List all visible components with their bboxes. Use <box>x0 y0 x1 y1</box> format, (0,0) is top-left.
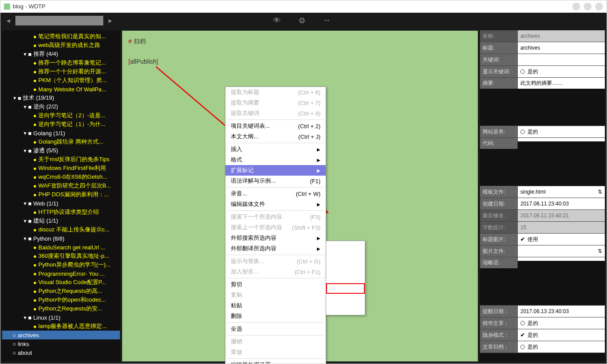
eye-icon[interactable]: 👁 <box>273 16 281 25</box>
menu-item[interactable]: 编辑器外观设置▶ <box>225 360 326 364</box>
tree-item[interactable]: ○archives <box>2 331 120 339</box>
tree-item[interactable]: ●笔记带给我们是真实的知... <box>2 32 120 41</box>
editor-area[interactable]: # 归档 [allPublish] 提取为标题 (Ctrl + 6)提取为摘要 … <box>122 30 478 362</box>
submenu-item[interactable]: 整站索引 <box>326 304 365 315</box>
radio-icon[interactable] <box>520 130 525 134</box>
chevron-updown-icon[interactable]: ⇅ <box>598 189 602 195</box>
submenu-item[interactable]: 最新发布 <box>326 241 365 252</box>
menu-item[interactable]: 录音... (Ctrl + W) <box>225 188 326 199</box>
tree-item[interactable]: ●PHP DOS漏洞的新利用：... <box>2 190 120 199</box>
tree-item[interactable]: ●ProgrammingError- You ... <box>2 269 120 278</box>
menu-item[interactable]: 外部翻译所选内容▶ <box>225 243 326 254</box>
nav-forward-icon[interactable]: ► <box>106 16 115 25</box>
property-value[interactable]: 2017.06.11 23:40:03 <box>518 198 605 209</box>
property-value[interactable]: archives <box>518 42 605 54</box>
submenu-item[interactable]: 更新记录 <box>326 273 365 283</box>
tree-item[interactable]: ●HTTP协议请求类型介绍 <box>2 208 120 216</box>
tree-folder[interactable]: ▼■建站 (1/1) <box>2 216 120 225</box>
maximize-button[interactable] <box>584 3 592 11</box>
property-label: 摘要: <box>480 78 518 89</box>
tree-folder[interactable]: ▼■Golang (1/1) <box>2 129 120 137</box>
tree-item[interactable]: ●discuz 不能上传头像提示c... <box>2 225 120 234</box>
submenu-item[interactable]: 发布记录 <box>326 283 365 294</box>
tree-folder[interactable]: ▼■Linux (1/1) <box>2 313 120 322</box>
minimize-button[interactable] <box>572 3 580 11</box>
tree-item[interactable]: ●Python之Requests的安... <box>2 304 120 313</box>
tree-item[interactable]: ●Python之Requests的高... <box>2 287 120 296</box>
property-value[interactable] <box>518 54 605 65</box>
tree-item[interactable]: ●逆向学习笔记（1）-为什... <box>2 120 120 129</box>
tree-item[interactable]: ●web高级开发的成长之路 <box>2 41 120 50</box>
close-button[interactable] <box>595 3 603 11</box>
property-label: 文章归档： <box>480 341 518 353</box>
tree-folder[interactable]: ▼■Web (1/1) <box>2 199 120 208</box>
sidebar-tree[interactable]: ●笔记带给我们是真实的知... ●web高级开发的成长之路 ▼■推荐 (4/4)… <box>2 30 120 362</box>
radio-icon[interactable] <box>520 345 525 349</box>
tree-item[interactable]: ●逆向学习笔记（2）-这是... <box>2 111 120 120</box>
tree-folder[interactable]: ▼■Python (8/8) <box>2 234 120 243</box>
tree-item[interactable]: ○links <box>2 339 120 348</box>
radio-icon[interactable] <box>520 69 525 74</box>
property-value[interactable]: 是的 <box>518 126 605 137</box>
submenu-item[interactable]: 随机推荐 <box>326 294 365 304</box>
property-value[interactable]: single.html⇅ <box>518 186 605 198</box>
context-menu[interactable]: 提取为标题 (Ctrl + 6)提取为摘要 (Ctrl + 7)提取关键词 (C… <box>225 86 326 364</box>
tree-item[interactable]: ●BaiduSearch get realUrl ... <box>2 243 120 252</box>
tree-item[interactable]: ●PKM（个人知识管理）类... <box>2 76 120 85</box>
menu-item[interactable]: 全选 <box>225 324 326 334</box>
submenu-item[interactable]: 最近更新 <box>326 252 365 262</box>
property-value[interactable]: 是的 <box>518 341 605 353</box>
search-input[interactable] <box>15 16 103 25</box>
menu-item[interactable]: 外部搜索所选内容▶ <box>225 233 326 243</box>
width-icon[interactable]: ↔ <box>323 16 331 25</box>
check-icon[interactable]: ✔ <box>520 332 525 338</box>
tree-item[interactable]: ○about <box>2 348 120 357</box>
radio-icon[interactable] <box>520 321 525 325</box>
property-row: 名称:archives <box>480 30 605 42</box>
menu-item[interactable]: 剪切 <box>225 279 326 290</box>
menu-item[interactable]: 插入▶ <box>225 144 326 155</box>
property-value: 2017.06.11 23:40:21 <box>518 210 605 221</box>
menu-item[interactable]: 语法详解与示例... (F1) <box>225 176 326 186</box>
tree-item[interactable]: ●Many Website Of WallPa... <box>2 85 120 94</box>
check-icon[interactable]: ✔ <box>520 236 525 242</box>
property-value[interactable] <box>518 138 605 141</box>
tree-folder[interactable]: ▼■渗透 (5/5) <box>2 146 120 155</box>
tree-item[interactable]: ●lamp服务器被人恶意绑定... <box>2 322 120 331</box>
menu-item[interactable]: 编辑媒体文件▶ <box>225 199 326 209</box>
tree-folder[interactable]: ▼■技术 (19/19) <box>2 94 120 102</box>
menu-item[interactable]: 粘贴 <box>225 300 326 311</box>
submenu[interactable]: 最新发布最近更新精华文章更新记录发布记录随机推荐整站索引 <box>326 241 365 315</box>
tree-item[interactable]: ●Python异步爬虫的学习(一)... <box>2 260 120 269</box>
tree-item[interactable]: ●关于msf反弹后门的免杀Tips <box>2 155 120 164</box>
menu-item[interactable]: 本文大纲... (Ctrl + J) <box>225 131 326 142</box>
menu-item[interactable]: 删除 <box>225 311 326 321</box>
property-value[interactable]: 是的 <box>518 66 605 77</box>
property-value[interactable]: ✔使用 <box>518 234 605 245</box>
property-value[interactable] <box>518 257 605 261</box>
tree-item[interactable]: ●wqCms6-0在IIS6的Getsh... <box>2 173 120 181</box>
gear-icon[interactable]: ⚙ <box>298 16 305 25</box>
tree-item[interactable]: ●360搜索引擎取真实地址-p... <box>2 252 120 260</box>
tree-item[interactable]: ●Visual Studio Code配置P... <box>2 278 120 287</box>
menu-item[interactable]: 扩展标记▶最新发布最近更新精华文章更新记录发布记录随机推荐整站索引 <box>225 165 326 176</box>
tree-folder[interactable]: ▼■推荐 (4/4) <box>2 50 120 58</box>
tree-item[interactable]: ●Golang踩坑录 两种方式... <box>2 137 120 146</box>
menu-item[interactable]: 格式▶ <box>225 155 326 165</box>
chevron-updown-icon[interactable]: ⇅ <box>598 248 602 254</box>
nav-back-icon[interactable]: ◄ <box>4 16 13 25</box>
property-value[interactable]: ⇅ <box>518 245 605 257</box>
property-value[interactable]: 此文档的摘要…… <box>518 78 605 89</box>
tree-item[interactable]: ●Python中的open和codec... <box>2 296 120 304</box>
property-value[interactable]: 是的 <box>518 317 605 329</box>
tree-folder[interactable]: ▼■逆向 (2/2) <box>2 102 120 111</box>
property-value[interactable]: ✔是的 <box>518 329 605 341</box>
tree-item[interactable]: ●推荐一个十分好看的开源... <box>2 67 120 76</box>
property-row: 图片文件:⇅ <box>480 245 605 257</box>
submenu-item[interactable]: 精华文章 <box>326 262 365 273</box>
property-value[interactable]: 2017.06.13 23:40:03 <box>518 306 605 317</box>
menu-item[interactable]: 项目关键词表... (Ctrl + 2) <box>225 121 326 131</box>
tree-item[interactable]: ●推荐一个静态博客兼笔记... <box>2 58 120 67</box>
tree-item[interactable]: ●Windows FindFirstFile利用 <box>2 164 120 173</box>
tree-item[interactable]: ●WAF攻防研究之四个层次B... <box>2 181 120 190</box>
